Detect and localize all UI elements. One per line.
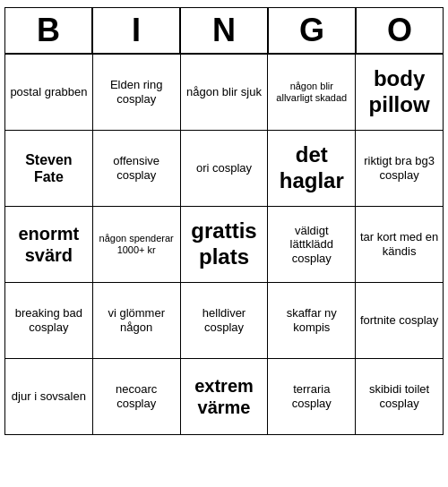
- bingo-card: BINGO postal grabbenElden ring cosplaynå…: [4, 7, 444, 435]
- bingo-cell-13: väldigt lättklädd cosplay: [268, 207, 356, 283]
- bingo-cell-6: offensive cosplay: [93, 131, 181, 207]
- bingo-cell-19: fortnite cosplay: [356, 283, 444, 359]
- bingo-cell-24: skibidi toilet cosplay: [356, 359, 444, 435]
- bingo-cell-16: vi glömmer någon: [93, 283, 181, 359]
- bingo-cell-20: djur i sovsalen: [5, 359, 93, 435]
- header-letter-o: O: [356, 7, 444, 54]
- header-letter-b: B: [4, 7, 92, 54]
- bingo-cell-18: skaffar ny kompis: [268, 283, 356, 359]
- bingo-cell-7: ori cosplay: [181, 131, 269, 207]
- bingo-cell-22: extrem värme: [181, 359, 269, 435]
- bingo-cell-4: body pillow: [356, 55, 444, 131]
- bingo-cell-0: postal grabben: [5, 55, 93, 131]
- bingo-cell-3: någon blir allvarligt skadad: [268, 55, 356, 131]
- bingo-cell-23: terraria cosplay: [268, 359, 356, 435]
- bingo-cell-5: Steven Fate: [5, 131, 93, 207]
- bingo-cell-14: tar kort med en kändis: [356, 207, 444, 283]
- bingo-cell-11: någon spenderar 1000+ kr: [93, 207, 181, 283]
- bingo-cell-12: grattis plats: [181, 207, 269, 283]
- bingo-cell-10: enormt svärd: [5, 207, 93, 283]
- bingo-cell-9: riktigt bra bg3 cosplay: [356, 131, 444, 207]
- bingo-cell-8: det haglar: [268, 131, 356, 207]
- header-letter-g: G: [268, 7, 356, 54]
- bingo-header: BINGO: [4, 7, 444, 54]
- bingo-cell-21: necoarc cosplay: [93, 359, 181, 435]
- bingo-cell-15: breaking bad cosplay: [5, 283, 93, 359]
- bingo-cell-2: någon blir sjuk: [181, 55, 269, 131]
- bingo-cell-1: Elden ring cosplay: [93, 55, 181, 131]
- bingo-cell-17: helldiver cosplay: [181, 283, 269, 359]
- header-letter-n: N: [180, 7, 268, 54]
- header-letter-i: I: [92, 7, 180, 54]
- bingo-grid: postal grabbenElden ring cosplaynågon bl…: [4, 54, 444, 435]
